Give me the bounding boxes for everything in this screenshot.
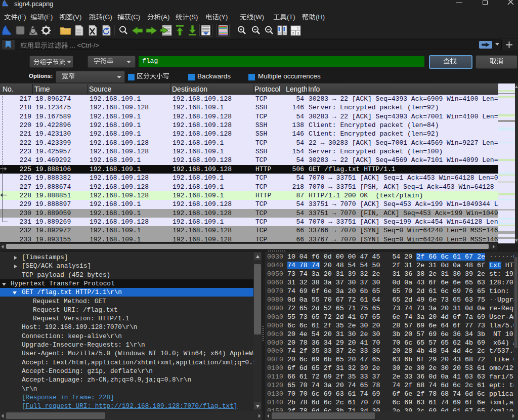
svg-text:3: 3 — [297, 31, 299, 35]
svg-text:2: 2 — [292, 31, 294, 35]
svg-text:1: 1 — [297, 26, 299, 30]
